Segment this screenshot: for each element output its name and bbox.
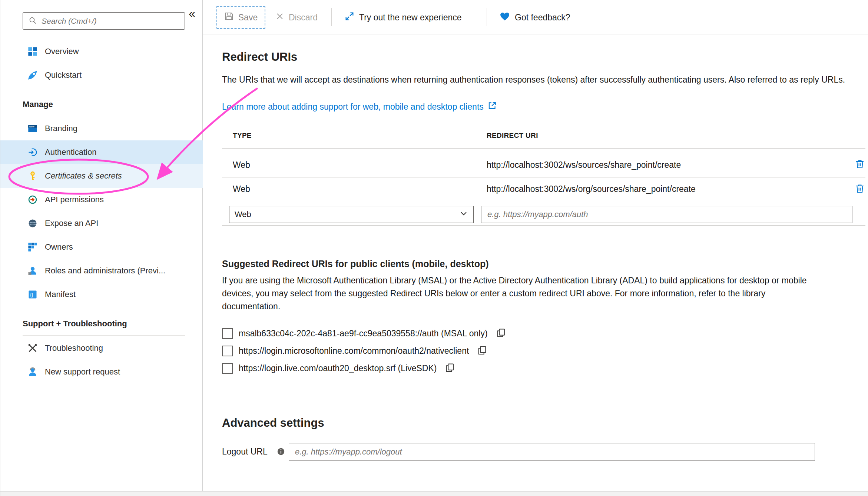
table-row-divider — [222, 202, 865, 202]
roles-icon — [27, 265, 38, 276]
logout-url-input[interactable] — [289, 443, 815, 461]
delete-uri-button[interactable] — [854, 183, 866, 195]
save-icon — [224, 11, 234, 23]
sidebar-item-label: Certificates & secrets — [45, 171, 122, 181]
api-permissions-icon — [27, 194, 38, 205]
manifest-icon: {} — [27, 289, 38, 300]
sidebar-item-manifest[interactable]: {} Manifest — [0, 283, 203, 306]
sidebar-item-label: Owners — [45, 242, 73, 252]
row-type: Web — [233, 160, 250, 170]
troubleshooting-icon — [27, 343, 38, 354]
advanced-settings-title: Advanced settings — [222, 416, 324, 430]
divider — [23, 335, 185, 336]
overview-icon — [27, 46, 38, 57]
horizontal-scrollbar[interactable] — [0, 491, 868, 496]
feedback-button[interactable]: Got feedback? — [499, 6, 570, 29]
column-header-redirect-uri: REDIRECT URI — [487, 132, 538, 140]
logout-url-label: Logout URL — [222, 447, 268, 457]
sidebar-item-authentication[interactable]: Authentication — [0, 140, 203, 164]
trash-icon — [855, 165, 865, 170]
table-bottom-divider — [222, 225, 865, 226]
info-icon[interactable] — [277, 447, 285, 457]
toolbar-separator — [331, 8, 332, 26]
column-header-type: TYPE — [233, 132, 252, 140]
quickstart-icon — [27, 70, 38, 81]
chevron-down-icon — [459, 209, 468, 220]
sidebar-item-label: Authentication — [45, 147, 96, 157]
uri-type-dropdown[interactable]: Web — [229, 206, 474, 223]
sidebar-item-new-support-request[interactable]: New support request — [0, 360, 203, 384]
copy-button[interactable] — [477, 345, 487, 357]
suggested-option-row: https://login.live.com/oauth20_desktop.s… — [222, 361, 455, 376]
expose-api-icon — [27, 218, 38, 229]
suggested-uri-checkbox[interactable] — [222, 346, 233, 356]
search-box[interactable] — [23, 12, 185, 30]
svg-text:{}: {} — [30, 292, 33, 297]
sidebar-item-label: API permissions — [45, 195, 104, 204]
suggested-option-row: msalb633c04c-202c-4a81-ae9f-cc9ea5039558… — [222, 326, 506, 341]
sidebar-item-troubleshooting[interactable]: Troubleshooting — [0, 336, 203, 360]
heart-icon — [499, 11, 510, 24]
copy-icon — [445, 363, 455, 374]
search-input[interactable] — [42, 17, 179, 26]
sidebar-item-expose-api[interactable]: Expose an API — [0, 212, 203, 235]
sidebar-item-label: Quickstart — [45, 70, 82, 80]
sidebar-item-label: Expose an API — [45, 219, 98, 228]
suggested-uri-checkbox[interactable] — [222, 328, 233, 339]
switch-experience-icon — [344, 11, 355, 24]
learn-more-link[interactable]: Learn more about adding support for web,… — [222, 101, 497, 113]
copy-button[interactable] — [445, 363, 455, 374]
delete-uri-button[interactable] — [854, 159, 866, 170]
suggested-title: Suggested Redirect URIs for public clien… — [222, 259, 489, 269]
sidebar-item-certificates-secrets[interactable]: Certificates & secrets — [0, 164, 203, 188]
row-uri: http://localhost:3002/ws/org/sources/sha… — [487, 184, 696, 194]
collapse-sidebar-icon[interactable]: « — [189, 7, 195, 20]
uri-type-selected-value: Web — [235, 210, 251, 219]
sidebar-item-label: Overview — [45, 47, 79, 56]
sidebar-item-branding[interactable]: www Branding — [0, 117, 203, 140]
suggested-uri-checkbox[interactable] — [222, 363, 233, 374]
save-button[interactable]: Save — [216, 6, 265, 29]
divider — [203, 34, 868, 34]
trash-icon — [855, 189, 865, 195]
divider — [23, 116, 185, 116]
owners-icon — [27, 242, 38, 253]
authentication-icon — [27, 147, 38, 158]
sidebar-item-label: New support request — [45, 367, 120, 377]
sidebar-item-overview[interactable]: Overview — [0, 40, 203, 63]
table-header-divider — [222, 148, 865, 149]
try-new-experience-button[interactable]: Try out the new experience — [344, 6, 462, 29]
branding-icon: www — [27, 123, 38, 134]
sidebar-item-label: Manifest — [45, 290, 76, 299]
sidebar-item-api-permissions[interactable]: API permissions — [0, 188, 203, 212]
row-type: Web — [233, 184, 250, 194]
suggested-description: If you are using the Microsoft Authentic… — [222, 274, 815, 313]
suggested-uri-label: msalb633c04c-202c-4a81-ae9f-cc9ea5039558… — [239, 329, 488, 339]
suggested-uri-label: https://login.live.com/oauth20_desktop.s… — [239, 363, 437, 373]
support-request-icon — [27, 366, 38, 377]
row-uri: http://localhost:3002/ws/sources/share_p… — [487, 160, 681, 170]
sidebar-item-owners[interactable]: Owners — [0, 235, 203, 259]
suggested-uri-label: https://login.microsoftonline.com/common… — [239, 346, 469, 356]
redirect-description: The URIs that we will accept as destinat… — [222, 73, 868, 86]
sidebar: « Overview Quickstart Manage www Brandin… — [0, 0, 203, 496]
sidebar-item-label: Branding — [45, 124, 77, 133]
sidebar-section-manage: Manage — [23, 93, 53, 116]
discard-icon — [275, 12, 284, 23]
sidebar-item-label: Troubleshooting — [45, 343, 103, 353]
svg-text:www: www — [29, 125, 34, 128]
search-icon — [28, 16, 37, 26]
copy-icon — [477, 345, 487, 357]
page-title: Redirect URIs — [222, 50, 297, 64]
copy-button[interactable] — [496, 328, 506, 339]
sidebar-item-quickstart[interactable]: Quickstart — [0, 63, 203, 87]
toolbar-separator — [487, 8, 487, 26]
suggested-option-row: https://login.microsoftonline.com/common… — [222, 343, 487, 358]
key-icon — [27, 170, 38, 182]
external-link-icon — [487, 101, 497, 113]
new-redirect-uri-input[interactable] — [481, 206, 852, 223]
sidebar-item-label: Roles and administrators (Previ... — [45, 266, 165, 276]
discard-button[interactable]: Discard — [275, 6, 318, 29]
sidebar-item-roles-administrators[interactable]: Roles and administrators (Previ... — [0, 259, 203, 283]
sidebar-section-support: Support + Troubleshooting — [23, 312, 127, 336]
